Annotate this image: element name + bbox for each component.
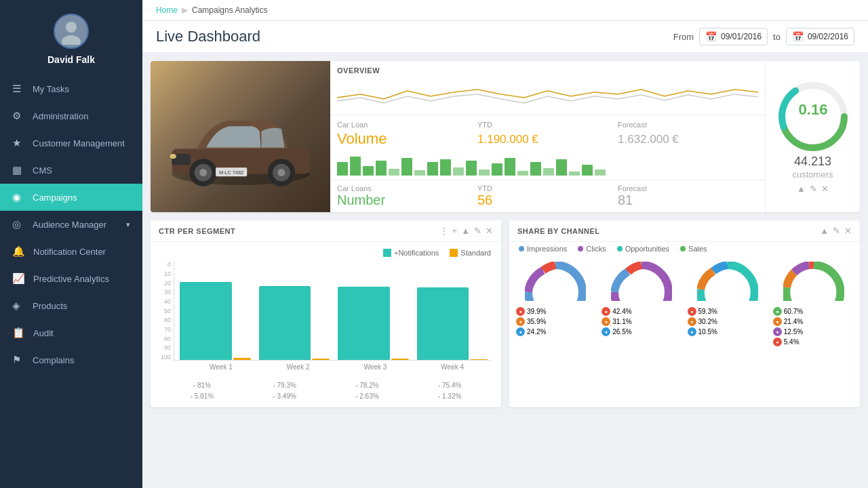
opp-stat-1-val: 59.3% [698, 308, 717, 315]
sidebar-item-label: My Tasks [33, 84, 69, 94]
sales-stat-2-val: 21.4% [784, 318, 803, 325]
pin-ctr-icon[interactable]: ✎ [474, 226, 481, 236]
opp-stat-3: ● 10.5% [688, 327, 768, 336]
y-axis: 100 90 80 70 60 50 40 30 20 10 0 [161, 261, 174, 361]
channel-legends: Impressions Clicks Opportunities Sales [509, 242, 860, 258]
tasks-icon: ☰ [12, 83, 24, 95]
audit-icon: 📋 [12, 327, 25, 339]
opp-stat-2-val: 30.2% [698, 318, 717, 325]
collapse-button[interactable]: ▲ [797, 184, 806, 194]
complains-icon: ⚑ [12, 354, 24, 366]
week3-stats: - 78.2% - 2.63% [326, 380, 409, 402]
sales-dot [680, 246, 686, 251]
bars-area [174, 261, 491, 361]
impressions-stat-3: ● 24.2% [516, 327, 596, 336]
mini-bar-2 [350, 157, 361, 176]
sidebar-item-customer-management[interactable]: ★ Customer Management [0, 129, 142, 157]
close-ctr-icon[interactable]: ✕ [486, 226, 493, 236]
username: David Falk [47, 54, 95, 65]
sidebar-item-cms[interactable]: ▦ CMS [0, 157, 142, 184]
content-area: M·LC 7482 OVERVIEW [142, 53, 868, 488]
impressions-stat-1: ● 39.9% [516, 307, 596, 316]
ctr-bars-container: 100 90 80 70 60 50 40 30 20 10 0 [161, 261, 491, 361]
mini-bar-13 [492, 163, 502, 176]
sidebar-item-notification-center[interactable]: 🔔 Notification Center [0, 238, 142, 265]
sidebar-item-audit[interactable]: 📋 Audit [0, 319, 142, 346]
pin-icon[interactable]: ✎ [810, 184, 817, 194]
close-icon[interactable]: ✕ [821, 184, 829, 194]
week4-line1: - 75.4% [408, 380, 491, 391]
more-icon[interactable]: ⋮ [439, 226, 448, 236]
sidebar-item-label: Products [33, 301, 67, 311]
close-share-icon[interactable]: ✕ [844, 226, 852, 236]
sidebar-item-label: Campaigns [33, 192, 77, 203]
car-loans-label: Car Loans [337, 184, 477, 192]
sidebar-item-predictive-analytics[interactable]: 📈 Predictive Analytics [0, 265, 142, 292]
ctr-card-header: CTR PER SEGMENT ⋮ + ▲ ✎ ✕ [151, 220, 501, 242]
sidebar-item-label: CMS [33, 165, 52, 176]
bar-orange-3 [391, 359, 409, 360]
volume-forecast: 1.632.000 € [618, 133, 758, 146]
gauge-section: 0.16 44.213 customers ▲ ✎ ✕ [765, 61, 860, 212]
date-range: From 📅 09/01/2016 to 📅 09/02/2016 [673, 28, 854, 45]
add-icon[interactable]: + [452, 226, 458, 236]
bar-teal-1 [180, 282, 232, 360]
share-actions: ▲ ✎ ✕ [820, 226, 852, 236]
overview-title: OVERVIEW [337, 66, 758, 77]
ytd-volume: YTD 1.190.000 € [477, 121, 618, 148]
date-to-input[interactable]: 📅 09/02/2016 [786, 28, 854, 45]
breadcrumb-home[interactable]: Home [156, 5, 178, 15]
number-label: Number [337, 192, 477, 208]
notifications-dot [383, 249, 391, 257]
imp-stat-2-val: 35.9% [527, 318, 546, 325]
sidebar-item-complains[interactable]: ⚑ Complains [0, 346, 142, 373]
impressions-legend: Impressions [519, 245, 567, 253]
date-from-input[interactable]: 📅 09/01/2016 [699, 28, 768, 45]
bar-teal-4 [417, 287, 469, 360]
stat-icon-3: ● [516, 327, 525, 336]
mini-bar-16 [530, 162, 541, 176]
overview-content: OVERVIEW Car Loan Volume [330, 61, 765, 212]
ctr-legend: +Notifications Standard [161, 249, 491, 257]
x-label-week3: Week 3 [337, 363, 414, 371]
pin-share-icon[interactable]: ✎ [833, 226, 840, 236]
audience-icon: ◎ [12, 218, 24, 230]
mini-bar-15 [517, 171, 528, 176]
sidebar-item-products[interactable]: ◈ Products [0, 292, 142, 319]
stat-icon-2: ● [516, 317, 525, 326]
imp-stat-1-val: 39.9% [527, 308, 546, 315]
sidebar-item-audience-manager[interactable]: ◎ Audience Manager ▾ [0, 211, 142, 238]
forecast-label: Forecast [618, 121, 758, 129]
number-ytd: 56 [477, 192, 618, 208]
sidebar-item-my-tasks[interactable]: ☰ My Tasks [0, 75, 142, 102]
x-axis: Week 1 Week 2 Week 3 Week 4 [161, 363, 491, 371]
sidebar-item-campaigns[interactable]: ◉ Campaigns [0, 184, 142, 211]
collapse-share-button[interactable]: ▲ [820, 226, 829, 236]
collapse-ctr-button[interactable]: ▲ [461, 226, 470, 236]
svg-point-9 [277, 169, 285, 176]
sales-stat-3-val: 12.5% [784, 328, 803, 336]
share-card-header: SHARE BY CHANNEL ▲ ✎ ✕ [509, 220, 860, 242]
sales-stats: ● 60.7% ● 21.4% ● 12.5% ● [773, 307, 853, 346]
mini-bar-3 [363, 166, 374, 176]
avatar [54, 14, 89, 49]
ctr-title: CTR PER SEGMENT [159, 227, 434, 235]
customer-icon: ★ [12, 137, 24, 149]
bar-teal-2 [259, 286, 311, 361]
bar-group-week3 [338, 261, 409, 360]
analytics-icon: 📈 [12, 272, 25, 285]
forecast-label-2: Forecast [618, 184, 758, 192]
mini-bar-1 [337, 162, 348, 176]
chevron-down-icon: ▾ [126, 220, 130, 229]
page-header: Live Dashboard From 📅 09/01/2016 to 📅 09… [142, 21, 868, 53]
sidebar-item-administration[interactable]: ⚙ Administration [0, 102, 142, 129]
volume-stats: Car Loan Volume YTD 1.190.000 € Forecast… [330, 115, 765, 153]
notifications-label: +Notifications [394, 249, 439, 257]
share-card: SHARE BY CHANNEL ▲ ✎ ✕ Impressions Click… [509, 220, 860, 407]
mini-bar-8 [427, 162, 438, 176]
svg-point-6 [199, 169, 207, 176]
mini-bar-14 [505, 158, 515, 176]
opportunities-stats: ● 59.3% ● 30.2% ● 10.5% [688, 307, 768, 346]
opp-stat-3-val: 10.5% [698, 328, 717, 336]
ctr-bottom-stats: - 81% - 5.81% - 79.3% - 3.49% - 78.2% - … [151, 378, 501, 407]
